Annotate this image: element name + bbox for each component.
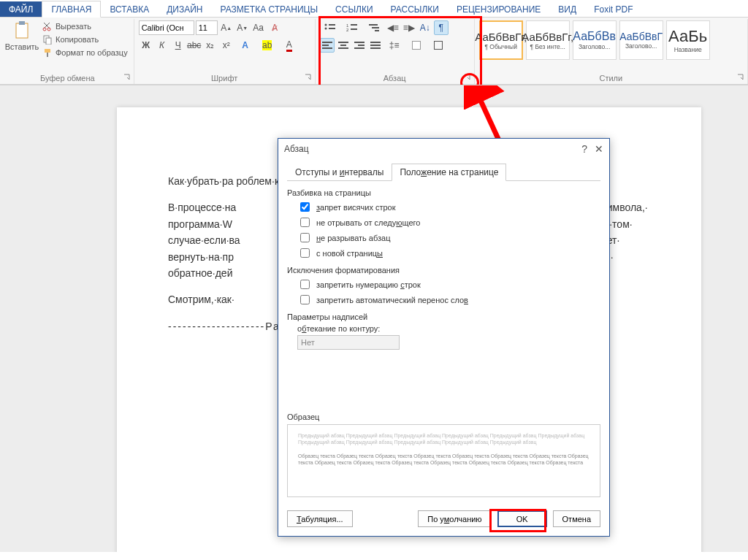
tab-design[interactable]: ДИЗАЙН: [158, 1, 211, 17]
tab-view[interactable]: ВИД: [549, 1, 585, 17]
paragraph-launcher[interactable]: [462, 72, 473, 83]
svg-rect-21: [322, 47, 332, 49]
superscript-button[interactable]: x²: [219, 38, 234, 53]
group-title-paragraph: Абзац: [320, 72, 470, 84]
tab-insert[interactable]: ВСТАВКА: [101, 1, 158, 17]
wrap-select: [297, 335, 400, 350]
font-size-input[interactable]: [196, 20, 218, 35]
default-button[interactable]: По умолчанию: [418, 510, 491, 527]
shrink-font-button[interactable]: A▼: [235, 20, 250, 35]
cancel-button[interactable]: Отмена: [553, 510, 600, 527]
copy-icon: [42, 34, 53, 45]
svg-rect-24: [338, 47, 348, 49]
tab-review[interactable]: РЕЦЕНЗИРОВАНИЕ: [448, 1, 549, 17]
svg-rect-15: [351, 28, 357, 30]
subscript-button[interactable]: x₂: [203, 38, 218, 53]
dialog-tabs: Отступы и интервалы Положение на страниц…: [287, 164, 600, 181]
section-pagination: Разбивка на страницы: [287, 188, 600, 197]
section-formatting-exceptions: Исключения форматирования: [287, 266, 600, 275]
svg-rect-23: [340, 45, 346, 46]
close-button[interactable]: ✕: [595, 143, 603, 155]
font-launcher[interactable]: [303, 72, 313, 83]
styles-launcher[interactable]: [736, 72, 746, 83]
align-center-button[interactable]: [336, 38, 351, 53]
dialog-title-text: Абзац: [284, 144, 309, 154]
tab-foxit[interactable]: Foxit PDF: [585, 1, 641, 17]
justify-button[interactable]: [368, 38, 383, 53]
text-effects-button[interactable]: A: [235, 38, 256, 53]
section-textbox: Параметры надписей: [287, 312, 600, 321]
group-title-styles: Стили: [479, 72, 743, 84]
tab-references[interactable]: ССЫЛКИ: [327, 1, 381, 17]
svg-rect-7: [47, 53, 48, 57]
show-marks-button[interactable]: ¶: [434, 20, 449, 35]
shading-button[interactable]: [406, 38, 427, 53]
svg-rect-30: [370, 47, 381, 49]
svg-rect-9: [329, 24, 335, 26]
multilevel-button[interactable]: [364, 20, 384, 35]
cut-button[interactable]: Вырезать: [41, 20, 129, 32]
bullets-button[interactable]: [320, 20, 340, 35]
tab-home[interactable]: ГЛАВНАЯ: [42, 1, 101, 18]
sort-button[interactable]: A↓: [418, 20, 432, 35]
tabs-button[interactable]: Табуляция...: [287, 510, 353, 527]
copy-button[interactable]: Копировать: [41, 34, 129, 45]
tab-file[interactable]: ФАЙЛ: [0, 1, 42, 17]
ok-button[interactable]: OK: [497, 510, 547, 527]
paste-label: Вставить: [5, 42, 39, 51]
svg-rect-17: [372, 27, 379, 28]
group-font: A▲ A▼ Aa A̷ Ж К Ч abc x₂ x² A ab A Шрифт: [134, 19, 316, 84]
paragraph-dialog: Абзац ? ✕ Отступы и интервалы Положение …: [278, 138, 610, 537]
chk-no-hyphenation[interactable]: запретить автоматический перенос слов: [297, 293, 600, 307]
highlight-button[interactable]: ab: [257, 38, 278, 53]
svg-rect-16: [369, 24, 378, 26]
italic-button[interactable]: К: [155, 38, 169, 53]
paste-button[interactable]: Вставить: [6, 20, 38, 51]
style-title[interactable]: АаБьНазвание: [666, 20, 710, 60]
style-normal[interactable]: АаБбВвГг,¶ Обычный: [479, 20, 523, 60]
bold-button[interactable]: Ж: [139, 38, 153, 53]
document-area: Как·убрать·ра роблем·как·небывало¶ В·про…: [0, 85, 748, 552]
underline-button[interactable]: Ч: [171, 38, 186, 53]
change-case-button[interactable]: Aa: [251, 20, 266, 35]
preview-box: Предыдущий абзац Предыдущий абзац Предыд…: [287, 424, 600, 497]
chk-page-break-before[interactable]: с новой страницы: [297, 246, 600, 260]
line-spacing-button[interactable]: ‡≡: [384, 38, 405, 53]
scissors-icon: [42, 21, 53, 31]
grow-font-button[interactable]: A▲: [219, 20, 234, 35]
align-left-button[interactable]: [320, 38, 335, 53]
strike-button[interactable]: abc: [187, 38, 202, 53]
tab-indents[interactable]: Отступы и интервалы: [287, 164, 392, 181]
style-heading1[interactable]: АаБбВвЗаголово...: [573, 20, 617, 60]
svg-rect-20: [322, 45, 329, 46]
svg-rect-11: [329, 28, 335, 29]
indent-button[interactable]: ≡▶: [402, 20, 416, 35]
chk-keep-together[interactable]: не разрывать абзац: [297, 231, 600, 245]
help-button[interactable]: ?: [581, 143, 587, 155]
clipboard-icon: [12, 20, 32, 41]
numbering-button[interactable]: 12: [342, 20, 362, 35]
dialog-titlebar[interactable]: Абзац ? ✕: [278, 139, 609, 159]
align-right-button[interactable]: [352, 38, 367, 53]
svg-rect-13: [351, 24, 357, 26]
style-heading2[interactable]: АаБбВвГЗаголово...: [619, 20, 663, 60]
style-nospacing[interactable]: АаБбВвГг,¶ Без инте...: [526, 20, 570, 60]
clipboard-launcher[interactable]: [122, 72, 132, 83]
svg-rect-1: [19, 21, 25, 25]
borders-button[interactable]: [428, 38, 449, 53]
outdent-button[interactable]: ◀≡: [386, 20, 400, 35]
svg-rect-27: [354, 47, 365, 49]
clear-format-button[interactable]: A̷: [267, 20, 282, 35]
chk-widow-control[interactable]: запрет висячих строк: [297, 200, 600, 214]
format-painter-button[interactable]: Формат по образцу: [41, 47, 129, 58]
tab-mailings[interactable]: РАССЫЛКИ: [382, 1, 448, 17]
svg-rect-0: [16, 23, 28, 38]
font-color-button[interactable]: A: [279, 38, 299, 53]
svg-rect-29: [370, 45, 381, 46]
font-name-input[interactable]: [139, 20, 194, 35]
tab-pageposition[interactable]: Положение на странице: [392, 164, 506, 181]
tab-layout[interactable]: РАЗМЕТКА СТРАНИЦЫ: [212, 1, 327, 17]
chk-suppress-line-numbers[interactable]: запретить нумерацию строк: [297, 277, 600, 291]
chk-keep-with-next[interactable]: не отрывать от следующего: [297, 215, 600, 229]
svg-rect-25: [354, 42, 365, 43]
